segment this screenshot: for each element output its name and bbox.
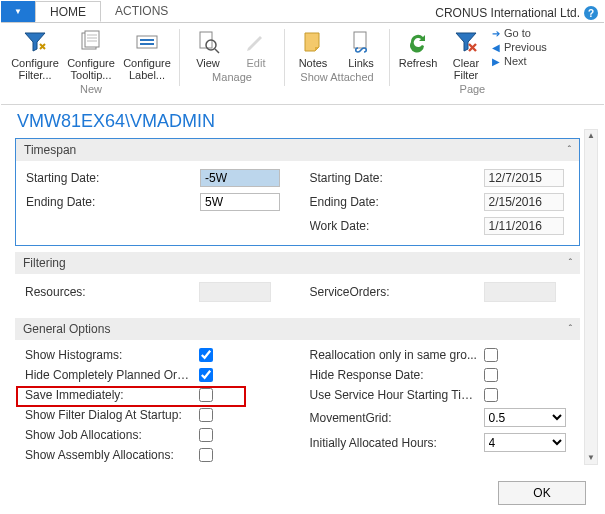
configure-label-label: Configure Label... xyxy=(121,57,173,81)
vertical-scrollbar[interactable]: ▲ ▼ xyxy=(584,129,598,465)
ribbon-group-new-label: New xyxy=(80,81,102,95)
view-button[interactable]: View xyxy=(184,27,232,69)
edit-button: Edit xyxy=(232,27,280,69)
configure-tooltip-label: Configure Tooltip... xyxy=(65,57,117,81)
use-service-hour-checkbox[interactable] xyxy=(484,388,498,402)
collapse-icon[interactable]: ˆ xyxy=(569,258,572,269)
work-date-value: 1/11/2016 xyxy=(484,217,564,235)
starting-date-left-input[interactable] xyxy=(200,169,280,187)
edit-label: Edit xyxy=(247,57,266,69)
links-label: Links xyxy=(348,57,374,69)
starting-date-right-label: Starting Date: xyxy=(310,171,478,185)
collapse-icon[interactable]: ˆ xyxy=(568,145,571,156)
timespan-header: Timespan xyxy=(24,143,76,157)
configure-filter-button[interactable]: Configure Filter... xyxy=(7,27,63,81)
ending-date-right-label: Ending Date: xyxy=(310,195,478,209)
tooltip-icon xyxy=(78,29,104,55)
tab-actions[interactable]: ACTIONS xyxy=(101,1,182,22)
service-orders-label: ServiceOrders: xyxy=(310,285,478,299)
arrow-right-small-icon: ▶ xyxy=(492,56,500,67)
starting-date-left-label: Starting Date: xyxy=(26,171,194,185)
company-label: CRONUS International Ltd. xyxy=(435,6,580,20)
initially-alloc-label: Initially Allocated Hours: xyxy=(310,436,478,450)
clear-filter-label: Clear Filter xyxy=(444,57,488,81)
realloc-same-group-label: Reallocation only in same gro... xyxy=(310,348,478,362)
label-icon xyxy=(134,29,160,55)
ribbon-group-attached-label: Show Attached xyxy=(300,69,373,83)
movement-grid-label: MovementGrid: xyxy=(310,411,478,425)
notes-button[interactable]: Notes xyxy=(289,27,337,69)
svg-rect-11 xyxy=(354,32,366,48)
hide-planned-checkbox[interactable] xyxy=(199,368,213,382)
show-job-alloc-checkbox[interactable] xyxy=(199,428,213,442)
scroll-down-icon[interactable]: ▼ xyxy=(587,452,595,464)
ribbon-group-page-label: Page xyxy=(460,81,486,95)
show-histograms-checkbox[interactable] xyxy=(199,348,213,362)
pencil-icon xyxy=(243,29,269,55)
collapse-icon[interactable]: ˆ xyxy=(569,324,572,335)
magnifier-page-icon xyxy=(195,29,221,55)
ribbon-group-manage-label: Manage xyxy=(212,69,252,83)
configure-filter-label: Configure Filter... xyxy=(9,57,61,81)
save-immediately-label: Save Immediately: xyxy=(25,388,193,402)
resources-label: Resources: xyxy=(25,285,193,299)
hide-response-date-label: Hide Response Date: xyxy=(310,368,478,382)
ending-date-left-label: Ending Date: xyxy=(26,195,194,209)
goto-link[interactable]: ➔Go to xyxy=(492,27,547,39)
show-histograms-label: Show Histograms: xyxy=(25,348,193,362)
next-link[interactable]: ▶Next xyxy=(492,55,547,67)
tab-home[interactable]: HOME xyxy=(35,1,101,22)
show-assembly-alloc-checkbox[interactable] xyxy=(199,448,213,462)
svg-line-10 xyxy=(215,49,219,53)
initially-alloc-select[interactable]: 4 xyxy=(484,433,566,452)
links-button[interactable]: Links xyxy=(337,27,385,69)
notes-label: Notes xyxy=(299,57,328,69)
configure-tooltip-button[interactable]: Configure Tooltip... xyxy=(63,27,119,81)
previous-label: Previous xyxy=(504,41,547,53)
movement-grid-select[interactable]: 0.5 xyxy=(484,408,566,427)
view-label: View xyxy=(196,57,220,69)
app-menu-dropdown[interactable]: ▼ xyxy=(1,1,35,22)
show-assembly-alloc-label: Show Assembly Allocations: xyxy=(25,448,193,462)
goto-label: Go to xyxy=(504,27,531,39)
show-filter-dialog-checkbox[interactable] xyxy=(199,408,213,422)
show-filter-dialog-label: Show Filter Dialog At Startup: xyxy=(25,408,193,422)
page-title: VMW81EX64\VMADMIN xyxy=(17,111,580,132)
refresh-label: Refresh xyxy=(399,57,438,69)
clear-filter-button[interactable]: Clear Filter xyxy=(442,27,490,81)
save-immediately-checkbox[interactable] xyxy=(199,388,213,402)
ending-date-left-input[interactable] xyxy=(200,193,280,211)
svg-rect-1 xyxy=(85,31,99,47)
link-icon xyxy=(348,29,374,55)
filtering-header: Filtering xyxy=(23,256,66,270)
help-icon[interactable]: ? xyxy=(584,6,598,20)
hide-planned-label: Hide Completely Planned Ord... xyxy=(25,368,193,382)
general-options-header: General Options xyxy=(23,322,110,336)
work-date-label: Work Date: xyxy=(310,219,478,233)
funnel-icon xyxy=(22,29,48,55)
ending-date-right-value: 2/15/2016 xyxy=(484,193,564,211)
clear-filter-icon xyxy=(453,29,479,55)
ok-button[interactable]: OK xyxy=(498,481,586,505)
arrow-right-icon: ➔ xyxy=(492,28,500,39)
previous-link[interactable]: ◀Previous xyxy=(492,41,547,53)
next-label: Next xyxy=(504,55,527,67)
hide-response-date-checkbox[interactable] xyxy=(484,368,498,382)
starting-date-right-value: 12/7/2015 xyxy=(484,169,564,187)
resources-filter-input[interactable] xyxy=(199,282,271,302)
svg-rect-5 xyxy=(137,36,157,48)
arrow-left-icon: ◀ xyxy=(492,42,500,53)
service-orders-filter-input[interactable] xyxy=(484,282,556,302)
show-job-alloc-label: Show Job Allocations: xyxy=(25,428,193,442)
refresh-icon xyxy=(405,29,431,55)
configure-label-button[interactable]: Configure Label... xyxy=(119,27,175,81)
note-icon xyxy=(300,29,326,55)
refresh-button[interactable]: Refresh xyxy=(394,27,442,69)
scroll-up-icon[interactable]: ▲ xyxy=(587,130,595,142)
realloc-same-group-checkbox[interactable] xyxy=(484,348,498,362)
use-service-hour-label: Use Service Hour Starting Tim... xyxy=(310,388,478,402)
